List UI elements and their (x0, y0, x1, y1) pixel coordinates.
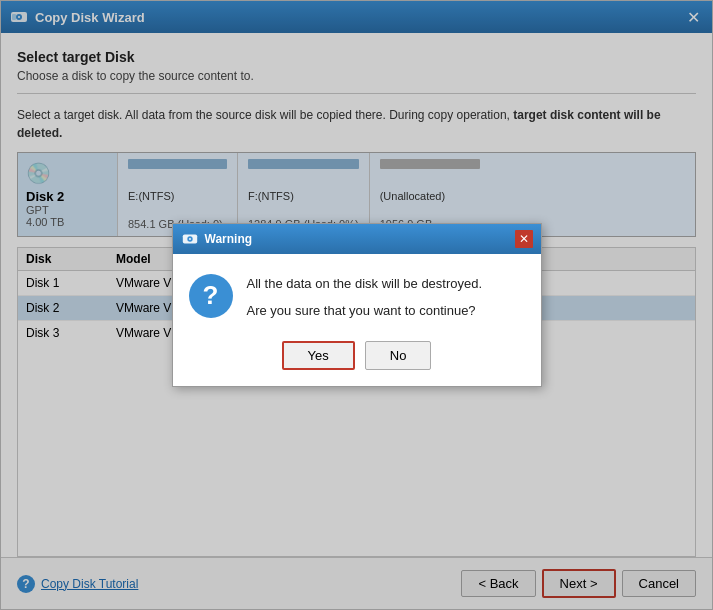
warning-no-button[interactable]: No (365, 341, 432, 370)
svg-point-6 (189, 238, 191, 240)
warning-title-bar: Warning ✕ (173, 224, 541, 254)
warning-text: All the data on the disk will be destroy… (247, 274, 483, 322)
warning-body: ? All the data on the disk will be destr… (173, 254, 541, 334)
question-icon: ? (189, 274, 233, 318)
warning-line2: Are you sure that you want to continue? (247, 301, 483, 322)
warning-buttons: Yes No (173, 333, 541, 386)
warning-line1: All the data on the disk will be destroy… (247, 274, 483, 295)
warning-close-button[interactable]: ✕ (515, 230, 533, 248)
warning-dialog: Warning ✕ ? All the data on the disk wil… (172, 223, 542, 388)
warning-title-icon (181, 230, 199, 248)
main-window: Copy Disk Wizard ✕ Select target Disk Ch… (0, 0, 713, 610)
warning-overlay: Warning ✕ ? All the data on the disk wil… (1, 1, 712, 609)
warning-title-text: Warning (205, 232, 515, 246)
warning-yes-button[interactable]: Yes (282, 341, 355, 370)
